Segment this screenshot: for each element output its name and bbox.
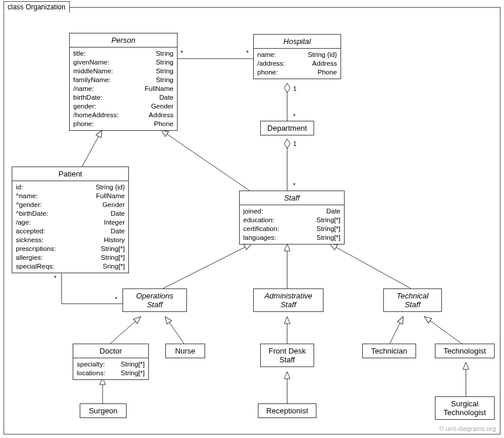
- svg-line-3: [82, 130, 102, 167]
- class-person: Person title:StringgivenName:Stringmiddl…: [69, 33, 178, 131]
- class-surgical-technologist: SurgicalTechnologist: [435, 396, 495, 420]
- attribute-row: name:String {id}: [257, 50, 337, 59]
- svg-line-7: [330, 244, 411, 288]
- class-body: specialty:String[*]locations:String[*]: [73, 358, 148, 379]
- svg-line-9: [165, 317, 184, 344]
- attribute-row: prescriptions:String[*]: [16, 245, 125, 253]
- class-title: OperationsStaff: [123, 289, 186, 311]
- class-body: id:String {id}^name:FullName^gender:Gend…: [12, 181, 128, 273]
- svg-line-4: [161, 130, 252, 192]
- class-title: Hospital: [254, 35, 340, 49]
- class-title: Nurse: [166, 344, 205, 358]
- class-title: AdministrativeStaff: [254, 289, 323, 311]
- class-technologist: Technologist: [435, 344, 495, 358]
- attribute-row: sickness:History: [16, 236, 125, 245]
- class-title: SurgicalTechnologist: [435, 397, 494, 419]
- attribute-row: specialReqs:Sring[*]: [16, 262, 125, 271]
- attribute-row: joined:Date: [243, 207, 340, 216]
- mult-label: *: [54, 274, 56, 281]
- mult-label: *: [246, 49, 248, 56]
- watermark: © uml-diagrams.org: [439, 425, 496, 432]
- attribute-row: title:String: [73, 49, 173, 58]
- mult-label: *: [181, 49, 183, 56]
- svg-line-5: [163, 244, 251, 288]
- attribute-row: id:String {id}: [16, 183, 125, 192]
- class-patient: Patient id:String {id}^name:FullName^gen…: [12, 167, 129, 273]
- class-technician: Technician: [362, 344, 416, 358]
- attribute-row: ^name:FullName: [16, 192, 125, 201]
- attribute-row: languages:String[*]: [243, 233, 340, 242]
- attribute-row: specialty:String[*]: [77, 360, 145, 369]
- class-receptionist: Receptionist: [258, 403, 316, 418]
- attribute-row: ^gender:Gender: [16, 201, 125, 209]
- class-surgeon: Surgeon: [80, 403, 127, 418]
- class-doctor: Doctor specialty:String[*]locations:Stri…: [73, 344, 149, 380]
- class-administrative-staff: AdministrativeStaff: [253, 288, 323, 312]
- attribute-row: phone:Phone: [73, 120, 173, 128]
- class-body: joined:Dateeducation:String[*]certificat…: [240, 205, 344, 244]
- class-title: Doctor: [73, 344, 148, 358]
- attribute-row: /homeAddress:Address: [73, 111, 173, 120]
- class-body: title:StringgivenName:StringmiddleName:S…: [70, 47, 177, 130]
- attribute-row: /age:Integer: [16, 218, 125, 227]
- class-title: Patient: [12, 167, 128, 181]
- attribute-row: allergies:String[*]: [16, 253, 125, 262]
- class-title: Staff: [240, 191, 344, 205]
- class-body: name:String {id}/address:Addressphone:Ph…: [254, 49, 340, 79]
- svg-line-12: [424, 317, 462, 344]
- attribute-row: familyName:String: [73, 76, 173, 84]
- class-title: TechnicalStaff: [384, 289, 441, 311]
- class-title: Receptionist: [258, 404, 316, 417]
- class-title: Technologist: [435, 344, 494, 358]
- class-title: Front DeskStaff: [261, 344, 314, 366]
- frame-title: class Organization: [4, 1, 70, 13]
- svg-line-11: [390, 317, 403, 344]
- mult-label: 1: [293, 140, 297, 147]
- attribute-row: certification:String[*]: [243, 225, 340, 233]
- attribute-row: birthDate:Date: [73, 93, 173, 102]
- class-operations-staff: OperationsStaff: [122, 288, 187, 312]
- mult-label: *: [115, 296, 117, 303]
- attribute-row: locations:String[*]: [77, 369, 145, 378]
- class-staff: Staff joined:Dateeducation:String[*]cert…: [239, 191, 345, 245]
- class-title: Person: [70, 33, 177, 47]
- class-front-desk-staff: Front DeskStaff: [260, 344, 314, 367]
- svg-line-8: [110, 317, 141, 344]
- attribute-row: /address:Address: [257, 59, 337, 68]
- class-department: Department: [260, 121, 314, 135]
- mult-label: 1: [293, 85, 297, 92]
- class-hospital: Hospital name:String {id}/address:Addres…: [253, 34, 341, 79]
- attribute-row: gender:Gender: [73, 102, 173, 111]
- attribute-row: education:String[*]: [243, 216, 340, 225]
- attribute-row: ^birthDate:Date: [16, 209, 125, 218]
- class-title: Surgeon: [80, 404, 126, 417]
- class-title: Department: [261, 121, 314, 135]
- attribute-row: accepted:Date: [16, 227, 125, 236]
- attribute-row: givenName:String: [73, 58, 173, 67]
- attribute-row: middleName:String: [73, 67, 173, 76]
- mult-label: *: [293, 182, 295, 189]
- class-technical-staff: TechnicalStaff: [383, 288, 442, 312]
- mult-label: *: [293, 113, 295, 120]
- class-title: Technician: [363, 344, 416, 358]
- attribute-row: /name:FullName: [73, 84, 173, 93]
- class-nurse: Nurse: [165, 344, 205, 358]
- attribute-row: phone:Phone: [257, 68, 337, 77]
